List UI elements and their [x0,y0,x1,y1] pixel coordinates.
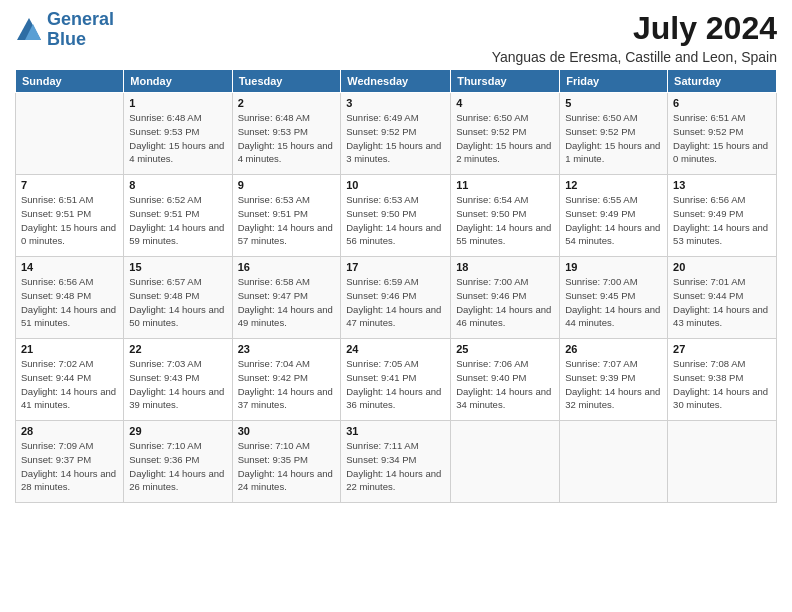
logo-general: General [47,9,114,29]
day-number: 10 [346,179,445,191]
day-number: 18 [456,261,554,273]
day-number: 3 [346,97,445,109]
page: General Blue July 2024 Yanguas de Eresma… [0,0,792,612]
header-row: SundayMondayTuesdayWednesdayThursdayFrid… [16,70,777,93]
day-number: 6 [673,97,771,109]
calendar-cell: 10Sunrise: 6:53 AMSunset: 9:50 PMDayligh… [341,175,451,257]
day-number: 31 [346,425,445,437]
day-info: Sunrise: 7:00 AMSunset: 9:46 PMDaylight:… [456,275,554,330]
calendar-cell: 27Sunrise: 7:08 AMSunset: 9:38 PMDayligh… [668,339,777,421]
header-day-thursday: Thursday [451,70,560,93]
day-number: 4 [456,97,554,109]
day-info: Sunrise: 6:50 AMSunset: 9:52 PMDaylight:… [565,111,662,166]
week-row-1: 1Sunrise: 6:48 AMSunset: 9:53 PMDaylight… [16,93,777,175]
day-number: 26 [565,343,662,355]
calendar-cell: 30Sunrise: 7:10 AMSunset: 9:35 PMDayligh… [232,421,341,503]
day-info: Sunrise: 6:57 AMSunset: 9:48 PMDaylight:… [129,275,226,330]
day-info: Sunrise: 7:11 AMSunset: 9:34 PMDaylight:… [346,439,445,494]
calendar-cell: 11Sunrise: 6:54 AMSunset: 9:50 PMDayligh… [451,175,560,257]
calendar-cell: 6Sunrise: 6:51 AMSunset: 9:52 PMDaylight… [668,93,777,175]
day-number: 14 [21,261,118,273]
logo-icon [15,16,43,44]
calendar-cell: 15Sunrise: 6:57 AMSunset: 9:48 PMDayligh… [124,257,232,339]
day-number: 17 [346,261,445,273]
day-info: Sunrise: 7:01 AMSunset: 9:44 PMDaylight:… [673,275,771,330]
calendar-cell: 21Sunrise: 7:02 AMSunset: 9:44 PMDayligh… [16,339,124,421]
title-block: July 2024 Yanguas de Eresma, Castille an… [492,10,777,65]
day-info: Sunrise: 6:56 AMSunset: 9:48 PMDaylight:… [21,275,118,330]
header-day-monday: Monday [124,70,232,93]
day-info: Sunrise: 7:04 AMSunset: 9:42 PMDaylight:… [238,357,336,412]
day-info: Sunrise: 6:49 AMSunset: 9:52 PMDaylight:… [346,111,445,166]
day-info: Sunrise: 6:48 AMSunset: 9:53 PMDaylight:… [238,111,336,166]
day-number: 20 [673,261,771,273]
day-info: Sunrise: 6:48 AMSunset: 9:53 PMDaylight:… [129,111,226,166]
day-number: 2 [238,97,336,109]
day-info: Sunrise: 6:53 AMSunset: 9:50 PMDaylight:… [346,193,445,248]
day-number: 9 [238,179,336,191]
header-day-sunday: Sunday [16,70,124,93]
day-number: 23 [238,343,336,355]
day-number: 30 [238,425,336,437]
day-number: 29 [129,425,226,437]
header-day-friday: Friday [560,70,668,93]
calendar-cell: 2Sunrise: 6:48 AMSunset: 9:53 PMDaylight… [232,93,341,175]
calendar-cell: 1Sunrise: 6:48 AMSunset: 9:53 PMDaylight… [124,93,232,175]
header-day-tuesday: Tuesday [232,70,341,93]
calendar-cell: 23Sunrise: 7:04 AMSunset: 9:42 PMDayligh… [232,339,341,421]
day-number: 22 [129,343,226,355]
calendar-cell: 9Sunrise: 6:53 AMSunset: 9:51 PMDaylight… [232,175,341,257]
day-number: 8 [129,179,226,191]
calendar-cell: 16Sunrise: 6:58 AMSunset: 9:47 PMDayligh… [232,257,341,339]
day-number: 16 [238,261,336,273]
calendar-cell: 13Sunrise: 6:56 AMSunset: 9:49 PMDayligh… [668,175,777,257]
day-info: Sunrise: 6:59 AMSunset: 9:46 PMDaylight:… [346,275,445,330]
calendar-cell: 20Sunrise: 7:01 AMSunset: 9:44 PMDayligh… [668,257,777,339]
calendar-cell: 7Sunrise: 6:51 AMSunset: 9:51 PMDaylight… [16,175,124,257]
calendar-cell [16,93,124,175]
day-info: Sunrise: 7:06 AMSunset: 9:40 PMDaylight:… [456,357,554,412]
day-info: Sunrise: 6:51 AMSunset: 9:51 PMDaylight:… [21,193,118,248]
day-info: Sunrise: 7:10 AMSunset: 9:35 PMDaylight:… [238,439,336,494]
day-number: 12 [565,179,662,191]
day-number: 11 [456,179,554,191]
calendar-cell: 22Sunrise: 7:03 AMSunset: 9:43 PMDayligh… [124,339,232,421]
header: General Blue July 2024 Yanguas de Eresma… [15,10,777,65]
day-info: Sunrise: 6:56 AMSunset: 9:49 PMDaylight:… [673,193,771,248]
day-info: Sunrise: 7:08 AMSunset: 9:38 PMDaylight:… [673,357,771,412]
day-info: Sunrise: 6:58 AMSunset: 9:47 PMDaylight:… [238,275,336,330]
subtitle: Yanguas de Eresma, Castille and Leon, Sp… [492,49,777,65]
day-info: Sunrise: 6:55 AMSunset: 9:49 PMDaylight:… [565,193,662,248]
day-number: 27 [673,343,771,355]
calendar-cell [560,421,668,503]
day-info: Sunrise: 6:52 AMSunset: 9:51 PMDaylight:… [129,193,226,248]
calendar-cell: 18Sunrise: 7:00 AMSunset: 9:46 PMDayligh… [451,257,560,339]
logo: General Blue [15,10,114,50]
week-row-4: 21Sunrise: 7:02 AMSunset: 9:44 PMDayligh… [16,339,777,421]
week-row-3: 14Sunrise: 6:56 AMSunset: 9:48 PMDayligh… [16,257,777,339]
day-number: 24 [346,343,445,355]
day-info: Sunrise: 6:51 AMSunset: 9:52 PMDaylight:… [673,111,771,166]
logo-blue: Blue [47,29,86,49]
week-row-2: 7Sunrise: 6:51 AMSunset: 9:51 PMDaylight… [16,175,777,257]
day-number: 25 [456,343,554,355]
day-info: Sunrise: 6:53 AMSunset: 9:51 PMDaylight:… [238,193,336,248]
day-info: Sunrise: 7:10 AMSunset: 9:36 PMDaylight:… [129,439,226,494]
day-number: 7 [21,179,118,191]
calendar-cell [451,421,560,503]
calendar-cell: 14Sunrise: 6:56 AMSunset: 9:48 PMDayligh… [16,257,124,339]
calendar-cell: 25Sunrise: 7:06 AMSunset: 9:40 PMDayligh… [451,339,560,421]
calendar-table: SundayMondayTuesdayWednesdayThursdayFrid… [15,69,777,503]
week-row-5: 28Sunrise: 7:09 AMSunset: 9:37 PMDayligh… [16,421,777,503]
day-info: Sunrise: 6:54 AMSunset: 9:50 PMDaylight:… [456,193,554,248]
day-number: 19 [565,261,662,273]
calendar-cell: 31Sunrise: 7:11 AMSunset: 9:34 PMDayligh… [341,421,451,503]
day-info: Sunrise: 7:03 AMSunset: 9:43 PMDaylight:… [129,357,226,412]
day-number: 13 [673,179,771,191]
calendar-cell [668,421,777,503]
day-info: Sunrise: 7:05 AMSunset: 9:41 PMDaylight:… [346,357,445,412]
calendar-cell: 3Sunrise: 6:49 AMSunset: 9:52 PMDaylight… [341,93,451,175]
day-info: Sunrise: 6:50 AMSunset: 9:52 PMDaylight:… [456,111,554,166]
calendar-cell: 4Sunrise: 6:50 AMSunset: 9:52 PMDaylight… [451,93,560,175]
day-number: 5 [565,97,662,109]
